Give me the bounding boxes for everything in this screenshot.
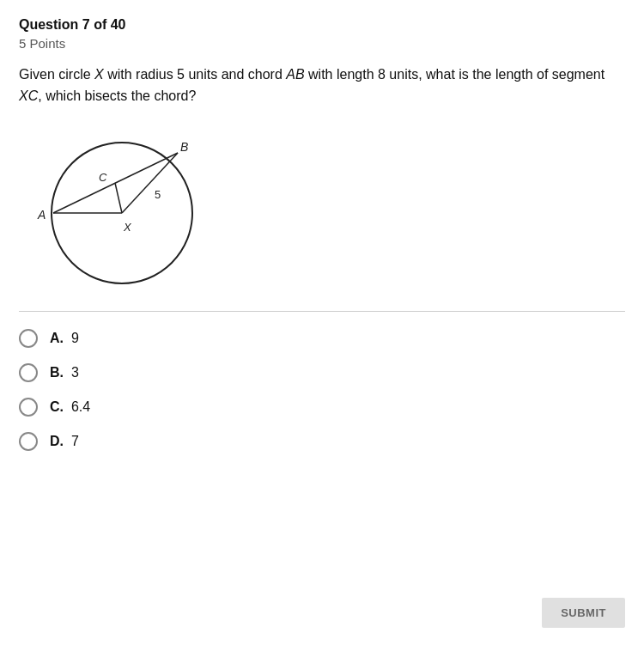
svg-line-4 — [115, 183, 122, 213]
option-b-label: B. 3 — [50, 365, 79, 380]
page-container: Question 7 of 40 5 Points Given circle X… — [0, 0, 644, 645]
svg-text:C: C — [99, 171, 107, 184]
options-list: A. 9 B. 3 C. 6.4 D. 7 — [19, 329, 625, 451]
option-d-label: D. 7 — [50, 434, 79, 449]
option-d[interactable]: D. 7 — [19, 432, 625, 451]
svg-text:B: B — [180, 140, 188, 154]
svg-line-3 — [122, 153, 178, 213]
radio-d[interactable] — [19, 432, 38, 451]
submit-button[interactable]: SUBMIT — [542, 598, 625, 628]
radio-a[interactable] — [19, 329, 38, 348]
circle-diagram: A B C X 5 — [19, 123, 208, 290]
option-c-label: C. 6.4 — [50, 399, 90, 415]
divider — [19, 311, 625, 312]
diagram: A B C X 5 — [19, 123, 208, 290]
option-a[interactable]: A. 9 — [19, 329, 625, 348]
radio-c[interactable] — [19, 398, 38, 417]
question-text: Given circle X with radius 5 units and c… — [19, 64, 625, 107]
svg-text:X: X — [123, 221, 132, 234]
submit-btn-container: SUBMIT — [542, 598, 625, 628]
option-b[interactable]: B. 3 — [19, 363, 625, 382]
svg-text:A: A — [37, 208, 46, 222]
option-a-label: A. 9 — [50, 331, 79, 346]
option-c[interactable]: C. 6.4 — [19, 398, 625, 417]
points-label: 5 Points — [19, 36, 625, 51]
question-header: Question 7 of 40 — [19, 17, 625, 33]
svg-text:5: 5 — [155, 188, 161, 201]
radio-b[interactable] — [19, 363, 38, 382]
